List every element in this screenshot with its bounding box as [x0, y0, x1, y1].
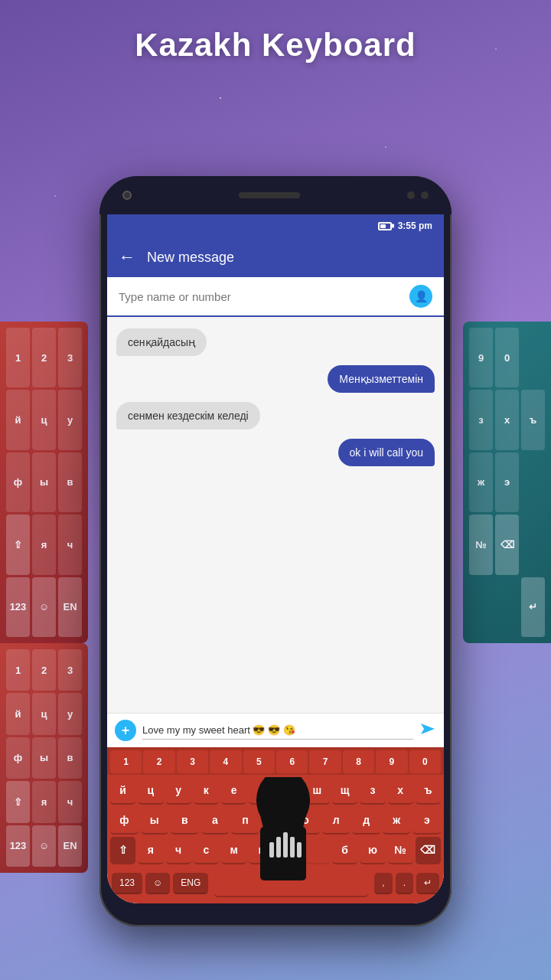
- svg-rect-5: [276, 837, 281, 858]
- kb-num-2[interactable]: 2: [143, 750, 174, 773]
- key-э[interactable]: э: [412, 807, 441, 835]
- key-в[interactable]: в: [171, 807, 199, 835]
- side-backspace-key[interactable]: ⌫: [495, 514, 519, 574]
- key-з[interactable]: з: [360, 777, 385, 805]
- kb-num-3[interactable]: 3: [177, 750, 208, 773]
- back-button[interactable]: ←: [119, 247, 135, 267]
- input-area: +: [107, 713, 444, 747]
- key-к[interactable]: к: [194, 777, 219, 805]
- backspace-key[interactable]: ⌫: [416, 837, 441, 864]
- side-key[interactable]: ф: [6, 452, 30, 512]
- side-key[interactable]: 123: [6, 825, 30, 867]
- kb-num-7[interactable]: 7: [309, 750, 341, 773]
- side-key[interactable]: й: [6, 390, 30, 449]
- side-key[interactable]: ч: [58, 514, 82, 574]
- message-sent: ok i will call you: [338, 439, 435, 466]
- side-key[interactable]: ы: [32, 737, 56, 779]
- side-key[interactable]: 9: [469, 328, 493, 387]
- keyboard-numbers-row: 1 2 3 4 5 6 7 8 9 0: [107, 747, 444, 775]
- side-key[interactable]: 1: [6, 649, 30, 691]
- key-ф[interactable]: ф: [110, 807, 139, 835]
- comma-key[interactable]: ,: [374, 873, 392, 894]
- kb-num-8[interactable]: 8: [343, 750, 374, 773]
- period-key[interactable]: .: [396, 873, 413, 894]
- side-key[interactable]: в: [58, 452, 82, 512]
- key-ъ[interactable]: ъ: [416, 777, 441, 805]
- status-time: 3:55 pm: [398, 220, 432, 231]
- kb-num-4[interactable]: 4: [210, 750, 241, 773]
- key-ц[interactable]: ц: [138, 777, 163, 805]
- key-с[interactable]: с: [194, 837, 219, 864]
- kb-num-5[interactable]: 5: [243, 750, 275, 773]
- side-key[interactable]: ц: [32, 390, 56, 449]
- message-input[interactable]: [142, 721, 413, 740]
- key-я[interactable]: я: [138, 837, 163, 864]
- side-key[interactable]: у: [58, 693, 82, 734]
- side-key[interactable]: в: [58, 737, 82, 779]
- enter-key[interactable]: ↵: [416, 873, 439, 894]
- numbers-key[interactable]: 123: [112, 873, 142, 894]
- side-key[interactable]: ы: [32, 452, 56, 512]
- key-д[interactable]: д: [352, 807, 380, 835]
- side-key[interactable]: 2: [32, 328, 56, 387]
- side-lang-key[interactable]: EN: [58, 825, 82, 867]
- side-key[interactable]: 123: [6, 577, 30, 637]
- side-key[interactable]: 1: [6, 328, 30, 387]
- status-bar: 3:55 pm: [107, 214, 444, 237]
- shift-key[interactable]: ⇧: [110, 837, 135, 864]
- side-num-key[interactable]: №: [469, 514, 493, 574]
- side-key[interactable]: ц: [32, 693, 56, 734]
- key-ч[interactable]: ч: [166, 837, 191, 864]
- side-key[interactable]: 3: [58, 328, 82, 387]
- message-sent: Менқызметтемін: [328, 365, 435, 393]
- key-ж[interactable]: ж: [383, 807, 411, 835]
- side-key[interactable]: 0: [495, 328, 519, 387]
- key-б[interactable]: б: [332, 837, 357, 864]
- vader-overlay: [237, 777, 329, 892]
- side-key[interactable]: ф: [6, 737, 30, 779]
- lang-key[interactable]: ENG: [173, 873, 208, 894]
- side-key[interactable]: ъ: [521, 390, 545, 449]
- side-keyboard-left-bottom: 1 2 3 й ц у ф ы в ⇧ я ч 123 ☺ EN: [0, 643, 88, 873]
- side-shift-key[interactable]: ⇧: [6, 781, 30, 822]
- key-no[interactable]: №: [388, 837, 413, 864]
- kb-num-6[interactable]: 6: [276, 750, 308, 773]
- side-key[interactable]: ч: [58, 781, 82, 822]
- side-key[interactable]: х: [495, 390, 519, 449]
- to-field[interactable]: 👤: [107, 277, 444, 317]
- recipient-input[interactable]: [119, 290, 409, 303]
- key-щ[interactable]: щ: [332, 777, 357, 805]
- side-lang-key[interactable]: EN: [58, 577, 82, 637]
- side-key[interactable]: э: [495, 452, 519, 512]
- key-х[interactable]: х: [388, 777, 413, 805]
- send-button[interactable]: [419, 720, 436, 740]
- side-key[interactable]: я: [32, 514, 56, 574]
- bubble-received: сенқайдасың: [116, 328, 207, 356]
- key-у[interactable]: у: [166, 777, 191, 805]
- side-key[interactable]: у: [58, 390, 82, 449]
- side-key[interactable]: ж: [469, 452, 493, 512]
- key-й[interactable]: й: [110, 777, 135, 805]
- side-key[interactable]: й: [6, 693, 30, 734]
- side-emoji-key[interactable]: ☺: [32, 825, 56, 867]
- phone-top-bar: [99, 176, 452, 214]
- side-key[interactable]: 3: [58, 649, 82, 691]
- kb-num-1[interactable]: 1: [110, 750, 142, 773]
- messages-area: сенқайдасың Менқызметтемін сенмен кездес…: [107, 317, 444, 713]
- svg-marker-0: [421, 724, 435, 734]
- side-key[interactable]: з: [469, 390, 493, 449]
- side-emoji-key[interactable]: ☺: [32, 577, 56, 637]
- add-attachment-button[interactable]: +: [115, 720, 136, 741]
- side-shift-key[interactable]: ⇧: [6, 514, 30, 574]
- emoji-key[interactable]: ☺: [145, 873, 170, 894]
- side-key[interactable]: я: [32, 781, 56, 822]
- kb-num-0[interactable]: 0: [409, 750, 441, 773]
- svg-rect-7: [290, 837, 295, 858]
- add-recipient-icon[interactable]: 👤: [409, 285, 432, 308]
- kb-num-9[interactable]: 9: [376, 750, 407, 773]
- side-enter-key[interactable]: ↵: [521, 577, 545, 637]
- side-key[interactable]: 2: [32, 649, 56, 691]
- key-а[interactable]: а: [201, 807, 230, 835]
- key-ю[interactable]: ю: [360, 837, 385, 864]
- key-ы[interactable]: ы: [141, 807, 169, 835]
